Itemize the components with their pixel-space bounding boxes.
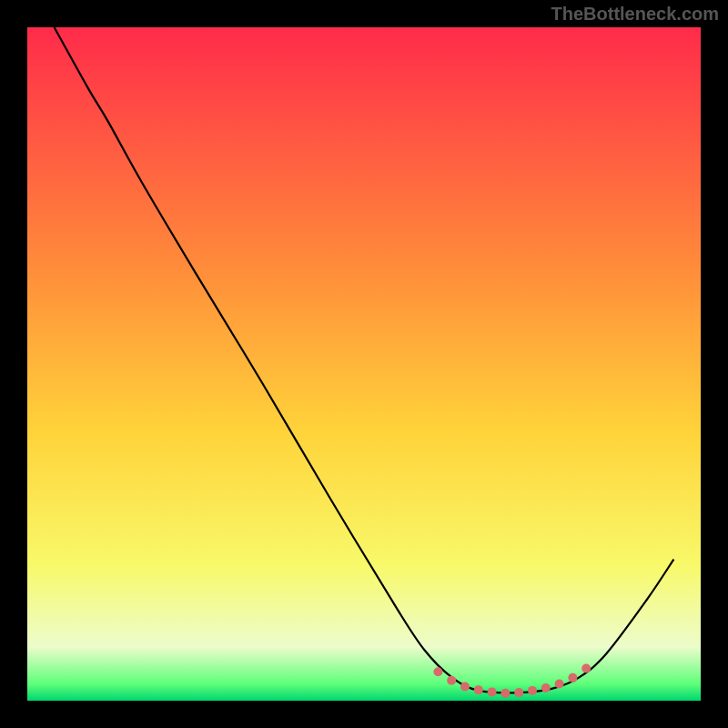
optimal-dot [581, 663, 591, 672]
optimal-dot [447, 676, 456, 685]
optimal-dot [514, 688, 523, 697]
plot-background [27, 27, 701, 701]
optimal-dot [474, 685, 483, 694]
optimal-dot [433, 667, 442, 676]
optimal-dot [555, 680, 564, 689]
optimal-dot [488, 687, 497, 696]
watermark-label: TheBottleneck.com [551, 4, 719, 25]
optimal-dot [528, 686, 537, 695]
optimal-dot [460, 682, 470, 691]
optimal-dot [541, 683, 551, 693]
bottleneck-chart [0, 0, 728, 728]
optimal-dot [568, 673, 577, 682]
chart-container: TheBottleneck.com [0, 0, 728, 728]
optimal-dot [500, 689, 510, 698]
